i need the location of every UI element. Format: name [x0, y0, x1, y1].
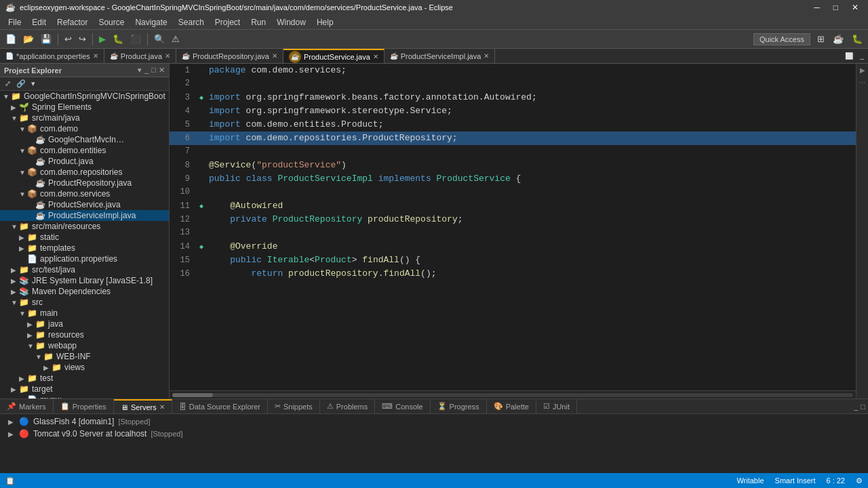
tree-node-com-demo-entities[interactable]: ▼ 📦 com.demo.entities — [0, 145, 169, 156]
tree-node-src-main-java[interactable]: ▼ 📁 src/main/java — [0, 113, 169, 123]
tree-node-spring-elements[interactable]: ▶ 🌱 Spring Elements — [0, 102, 169, 113]
menu-file[interactable]: File — [3, 16, 26, 28]
bottom-tab-markers[interactable]: 📌 Markers — [0, 399, 54, 413]
bottom-tab-datasource[interactable]: 🗄 Data Source Explorer — [172, 399, 268, 413]
minimize-btn[interactable]: ─ — [810, 3, 824, 12]
right-panel-btn-2[interactable]: ⋮ — [859, 79, 866, 86]
tree-node-jre[interactable]: ▶ 📚 JRE System Library [JavaSE-1.8] — [0, 275, 169, 286]
tree-node-maven[interactable]: ▶ 📚 Maven Dependencies — [0, 286, 169, 297]
tree-node-target[interactable]: ▶ 📁 target — [0, 384, 169, 394]
bottom-tab-junit[interactable]: ☑ JUnit — [536, 399, 577, 413]
h-scroll[interactable] — [170, 390, 856, 399]
bottom-minimize-btn[interactable]: _ — [854, 403, 858, 411]
tree-node-src-main-resources[interactable]: ▼ 📁 src/main/resources — [0, 221, 169, 232]
main-layout: Project Explorer ▾ _ □ ✕ ⤢ 🔗 ▾ ▼ 📁 Googl… — [0, 64, 868, 399]
server-row-tomcat[interactable]: ▶ 🔴 Tomcat v9.0 Server at localhost [Sto… — [5, 428, 863, 440]
tree-node-static[interactable]: ▶ 📁 static — [0, 232, 169, 243]
bottom-tab-snippets[interactable]: ✂ Snippets — [268, 399, 320, 413]
bottom-maximize-btn[interactable]: □ — [861, 403, 865, 411]
menu-help[interactable]: Help — [311, 16, 339, 28]
close-btn[interactable]: ✕ — [848, 3, 863, 12]
search-toolbar-btn[interactable]: 🔍 — [151, 33, 167, 45]
tab-maximize-btn[interactable]: ⬜ — [842, 50, 856, 62]
bottom-tab-properties[interactable]: 📋 Properties — [54, 399, 114, 413]
tree-menu-btn[interactable]: ▾ — [29, 79, 37, 89]
menu-search[interactable]: Search — [173, 16, 210, 28]
menu-run[interactable]: Run — [245, 16, 271, 28]
tree-node-views[interactable]: ▶ 📁 views — [0, 362, 169, 373]
tree-node-product-repo[interactable]: ☕ ProductRepository.java — [0, 178, 169, 188]
tab-close-repo[interactable]: ✕ — [272, 52, 277, 60]
tab-product-java[interactable]: ☕ Product.java ✕ — [104, 49, 176, 63]
undo-btn[interactable]: ↩ — [62, 33, 75, 45]
arrow-resources: ▼ — [11, 223, 19, 230]
panel-collapse-btn[interactable]: ▾ — [138, 66, 142, 75]
server-row-glassfish[interactable]: ▶ 🔵 GlassFish 4 [domain1] [Stopped] — [5, 415, 863, 428]
new-btn[interactable]: 📄 — [3, 33, 19, 45]
tab-product-service-impl[interactable]: ☕ ProductServiceImpl.java ✕ — [384, 49, 496, 63]
tree-node-src[interactable]: ▼ 📁 src — [0, 297, 169, 308]
menu-window[interactable]: Window — [271, 16, 311, 28]
menu-project[interactable]: Project — [210, 16, 245, 28]
redo-btn[interactable]: ↪ — [76, 33, 89, 45]
bottom-tab-progress[interactable]: ⏳ Progress — [431, 399, 487, 413]
maximize-btn[interactable]: □ — [829, 3, 842, 12]
tree-node-test-folder[interactable]: ▶ 📁 test — [0, 373, 169, 384]
bottom-tab-problems[interactable]: ⚠ Problems — [320, 399, 375, 413]
quick-access-btn[interactable]: Quick Access — [753, 33, 810, 45]
tree-node-com-demo-services[interactable]: ▼ 📦 com.demo.services — [0, 188, 169, 199]
tab-close-product[interactable]: ✕ — [165, 52, 170, 60]
tab-close-service[interactable]: ✕ — [373, 53, 378, 60]
problems-btn[interactable]: ⚠ — [169, 33, 182, 45]
bottom-tab-servers[interactable]: 🖥 Servers ✕ — [114, 399, 172, 413]
tree-node-com-demo-repos[interactable]: ▼ 📦 com.demo.repositories — [0, 167, 169, 178]
bottom-tab-console[interactable]: ⌨ Console — [375, 399, 430, 413]
tab-product-repository[interactable]: ☕ ProductRepository.java ✕ — [176, 49, 283, 63]
menu-navigate[interactable]: Navigate — [130, 16, 172, 28]
code-editor[interactable]: 1 package com.demo.services; 2 3 ◆ impor… — [170, 64, 856, 390]
tab-application-properties[interactable]: 📄 *application.properties ✕ — [0, 49, 104, 63]
panel-minimize-btn[interactable]: _ — [144, 66, 149, 75]
perspective-debug-btn[interactable]: 🐛 — [849, 33, 865, 45]
panel-maximize-btn[interactable]: □ — [151, 66, 156, 75]
tree-link-editor-btn[interactable]: 🔗 — [14, 79, 28, 89]
tree-node-java-folder[interactable]: ▶ 📁 java — [0, 319, 169, 329]
tree-node-templates[interactable]: ▶ 📁 templates — [0, 243, 169, 253]
tree-node-googlechart-mvc[interactable]: ☕ GoogleChartMvcIn… — [0, 134, 169, 145]
perspectives-btn[interactable]: ⊞ — [814, 33, 827, 45]
stop-btn[interactable]: ⬛ — [127, 33, 144, 45]
tree-node-webinf[interactable]: ▼ 📁 WEB-INF — [0, 351, 169, 362]
tree-node-resources-folder[interactable]: ▶ 📁 resources — [0, 329, 169, 340]
run-btn[interactable]: ▶ — [96, 33, 108, 45]
code-line-1: 1 package com.demo.services; — [170, 64, 856, 77]
tree-node-webapp[interactable]: ▼ 📁 webapp — [0, 340, 169, 351]
right-panel-btn-1[interactable]: ▶ — [859, 66, 866, 74]
servers-close-icon[interactable]: ✕ — [159, 403, 165, 411]
save-btn[interactable]: 💾 — [38, 33, 54, 45]
menu-refactor[interactable]: Refactor — [52, 16, 93, 28]
debug-btn[interactable]: 🐛 — [110, 33, 126, 45]
h-scroll-track[interactable] — [172, 393, 853, 397]
tree-collapse-all-btn[interactable]: ⤢ — [3, 79, 13, 89]
perspective-java-btn[interactable]: ☕ — [830, 33, 846, 45]
tree-node-root[interactable]: ▼ 📁 GoogleChartInSpringMVCInSpringBoot — [0, 91, 169, 102]
tab-close-impl[interactable]: ✕ — [484, 52, 489, 60]
tab-minimize-btn[interactable]: _ — [857, 50, 867, 62]
menu-edit[interactable]: Edit — [26, 16, 52, 28]
tab-close-app-props[interactable]: ✕ — [93, 52, 98, 60]
panel-close-btn[interactable]: ✕ — [159, 66, 165, 75]
tab-product-service[interactable]: ☕ ProductService.java ✕ — [283, 49, 384, 63]
tree-node-product-service-impl[interactable]: ☕ ProductServiceImpl.java — [0, 210, 169, 221]
tree-node-product-service[interactable]: ☕ ProductService.java — [0, 199, 169, 210]
menu-source[interactable]: Source — [93, 16, 130, 28]
tree-node-product-java[interactable]: ☕ Product.java — [0, 156, 169, 167]
tree-node-src-test[interactable]: ▶ 📁 src/test/java — [0, 264, 169, 275]
tree-node-app-props[interactable]: 📄 application.properties — [0, 253, 169, 264]
left-panel: Project Explorer ▾ _ □ ✕ ⤢ 🔗 ▾ ▼ 📁 Googl… — [0, 64, 170, 399]
tree-node-com-demo[interactable]: ▼ 📦 com.demo — [0, 123, 169, 134]
bottom-tab-palette[interactable]: 🎨 Palette — [487, 399, 536, 413]
open-btn[interactable]: 📂 — [20, 33, 37, 45]
h-scroll-thumb[interactable] — [172, 393, 213, 397]
tree-node-mvnw[interactable]: 📄 mvnw — [0, 394, 169, 399]
tree-node-main[interactable]: ▼ 📁 main — [0, 308, 169, 319]
